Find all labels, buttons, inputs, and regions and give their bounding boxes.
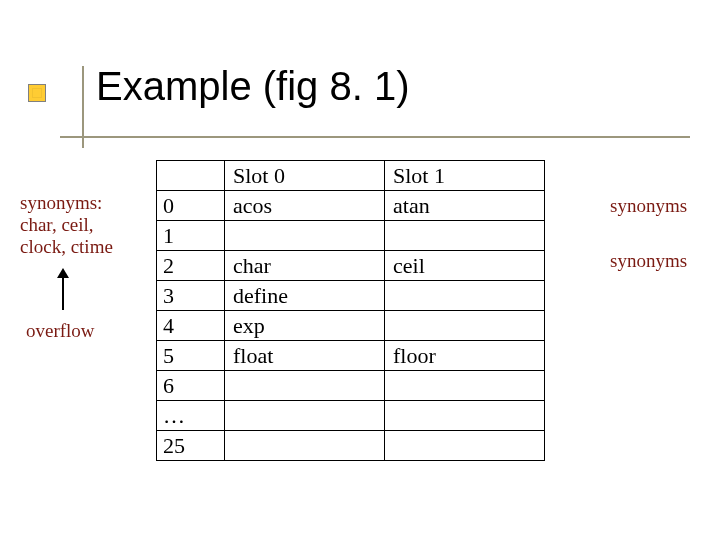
synonyms-list-annotation: synonyms: char, ceil, clock, ctime (20, 192, 140, 258)
row-index: … (157, 401, 225, 431)
table-row: 4 exp (157, 311, 545, 341)
title-bullet-icon (28, 84, 46, 102)
synonyms-annotation-row0: synonyms (610, 195, 687, 217)
table-row: 6 (157, 371, 545, 401)
table-row: … (157, 401, 545, 431)
synonyms-list-line: synonyms: (20, 192, 140, 214)
cell-slot0 (225, 401, 385, 431)
cell-slot0: acos (225, 191, 385, 221)
cell-slot0: define (225, 281, 385, 311)
cell-slot1: atan (385, 191, 545, 221)
cell-slot1 (385, 371, 545, 401)
cell-slot1 (385, 401, 545, 431)
table-row: 0 acos atan (157, 191, 545, 221)
row-index: 6 (157, 371, 225, 401)
table-row: 3 define (157, 281, 545, 311)
cell-slot0: exp (225, 311, 385, 341)
cell-slot1 (385, 431, 545, 461)
cell-slot1 (385, 281, 545, 311)
table-header-slot1: Slot 1 (385, 161, 545, 191)
cell-slot0 (225, 371, 385, 401)
row-index: 25 (157, 431, 225, 461)
title-decoration-horizontal (60, 136, 690, 138)
table-header-slot0: Slot 0 (225, 161, 385, 191)
cell-slot0: char (225, 251, 385, 281)
row-index: 4 (157, 311, 225, 341)
overflow-label: overflow (26, 320, 95, 342)
cell-slot1: ceil (385, 251, 545, 281)
hash-table: Slot 0 Slot 1 0 acos atan 1 2 char ceil … (156, 160, 545, 461)
cell-slot1 (385, 221, 545, 251)
synonyms-list-line: clock, ctime (20, 236, 140, 258)
synonyms-list-line: char, ceil, (20, 214, 140, 236)
row-index: 2 (157, 251, 225, 281)
synonyms-annotation-row2: synonyms (610, 250, 687, 272)
table-header-blank (157, 161, 225, 191)
table-row: 5 float floor (157, 341, 545, 371)
cell-slot0: float (225, 341, 385, 371)
cell-slot0 (225, 431, 385, 461)
cell-slot0 (225, 221, 385, 251)
row-index: 5 (157, 341, 225, 371)
row-index: 0 (157, 191, 225, 221)
cell-slot1 (385, 311, 545, 341)
table-row: 2 char ceil (157, 251, 545, 281)
page-title: Example (fig 8. 1) (96, 64, 409, 109)
row-index: 3 (157, 281, 225, 311)
row-index: 1 (157, 221, 225, 251)
table-row: 1 (157, 221, 545, 251)
table-row: 25 (157, 431, 545, 461)
cell-slot1: floor (385, 341, 545, 371)
table-header-row: Slot 0 Slot 1 (157, 161, 545, 191)
overflow-arrow-icon (56, 270, 64, 310)
